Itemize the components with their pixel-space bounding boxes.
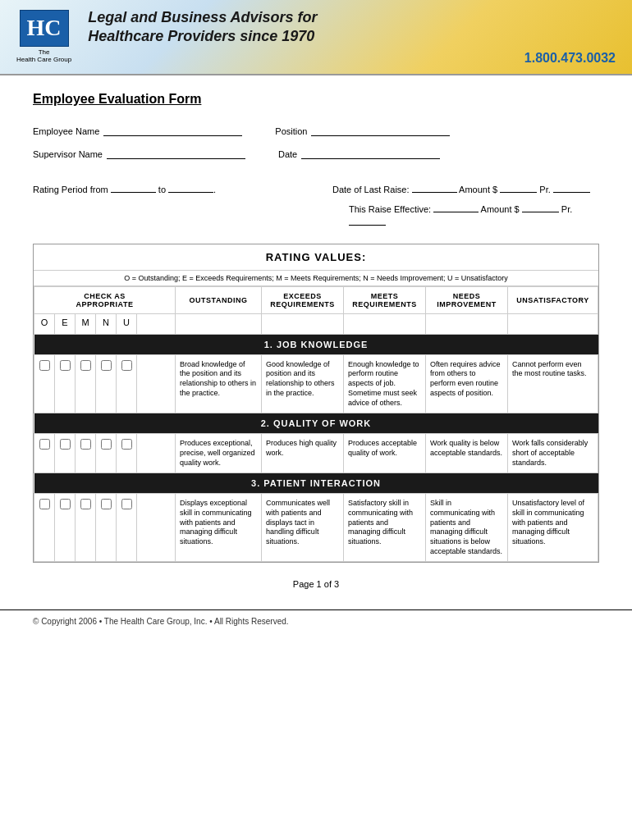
s3-checkbox-u[interactable]	[117, 494, 137, 562]
raise-effective-date-line	[433, 201, 479, 212]
supervisor-name-group: Supervisor Name	[33, 146, 245, 159]
s1-checkbox-m[interactable]	[76, 354, 96, 413]
s1-checkbox-n[interactable]	[96, 354, 117, 413]
rating-legend: O = Outstanding; E = Exceeds Requirement…	[34, 270, 598, 286]
rating-period-to-line	[168, 181, 213, 193]
section-1-title: 1. JOB KNOWLEDGE	[34, 334, 598, 354]
checkbox-o-cell: O	[34, 313, 55, 334]
raise-effective-row: This Raise Effective: Amount $ Pr.	[349, 201, 599, 227]
checkbox-m-cell: M	[76, 313, 96, 334]
section-1-content: Broad knowledge of the position and its …	[34, 354, 598, 413]
section-2-header: 2. QUALITY OF WORK	[34, 413, 598, 434]
s2-o-checkbox[interactable]	[39, 439, 50, 450]
employee-name-input[interactable]	[103, 123, 242, 136]
section-2-title: 2. QUALITY OF WORK	[34, 413, 598, 434]
s3-outstanding-desc: Displays exceptional skill in communicat…	[176, 494, 262, 562]
amount-line	[500, 181, 537, 193]
employee-row: Employee Name Position	[33, 123, 599, 136]
amount-label: Amount $	[459, 185, 497, 194]
s3-o-checkbox[interactable]	[39, 499, 50, 509]
s2-checkbox-e[interactable]	[55, 434, 76, 473]
pr-line	[553, 181, 590, 193]
s3-n-checkbox[interactable]	[101, 499, 112, 509]
logo-area: HC The Health Care Group	[16, 10, 71, 64]
outstanding-header: OUTSTANDING	[176, 286, 262, 313]
rating-table: CHECK ASAPPROPRIATE OUTSTANDING EXCEEDSR…	[34, 286, 598, 563]
logo-subtitle: The Health Care Group	[16, 48, 71, 64]
checkbox-u-cell: U	[117, 313, 137, 334]
rating-period-to: to	[158, 185, 166, 194]
s1-checkbox-u[interactable]	[117, 354, 137, 413]
phone-number: 1.800.473.0032	[88, 51, 616, 66]
s2-checkbox-m[interactable]	[76, 434, 96, 473]
s1-checkbox-o[interactable]	[34, 354, 55, 413]
amount2-line	[522, 201, 559, 212]
exceeds-header: EXCEEDSREQUIREMENTS	[262, 286, 344, 313]
s2-checkbox-u[interactable]	[117, 434, 137, 473]
needs-header: NEEDSIMPROVEMENT	[426, 286, 508, 313]
s3-checkbox-n[interactable]	[96, 494, 117, 562]
s2-m-checkbox[interactable]	[80, 439, 91, 450]
section-1-header: 1. JOB KNOWLEDGE	[34, 334, 598, 354]
date-input[interactable]	[301, 146, 440, 159]
s3-unsat-desc: Unsatisfactory level of skill in communi…	[508, 494, 598, 562]
s1-unsat-desc: Cannot perform even the most routine tas…	[508, 354, 598, 413]
header-banner: HC The Health Care Group Legal and Busin…	[0, 0, 632, 75]
page-footer: Page 1 of 3	[33, 579, 599, 589]
section-3-content: Displays exceptional skill in communicat…	[34, 494, 598, 562]
checkbox-n-cell: N	[96, 313, 117, 334]
s2-u-checkbox[interactable]	[121, 439, 132, 450]
rating-period-group: Rating Period from to .	[33, 181, 300, 194]
rating-period-from-line	[111, 181, 156, 193]
logo-letters: HC	[27, 15, 62, 41]
header-text: Legal and Business Advisors for Healthca…	[88, 8, 616, 66]
s2-checkbox-n[interactable]	[96, 434, 117, 473]
date-label: Date	[278, 149, 297, 159]
s1-checkbox-e[interactable]	[55, 354, 76, 413]
s2-n-checkbox[interactable]	[101, 439, 112, 450]
rating-period-label: Rating Period from	[33, 185, 108, 194]
date-group: Date	[278, 146, 440, 159]
pr-label: Pr.	[539, 185, 550, 194]
logo-image: HC	[20, 10, 69, 47]
s3-u-checkbox[interactable]	[121, 499, 132, 509]
s1-n-checkbox[interactable]	[101, 360, 112, 371]
this-raise-label: This Raise Effective:	[349, 204, 431, 214]
rating-title: RATING VALUES:	[34, 244, 598, 270]
s1-e-checkbox[interactable]	[60, 360, 71, 371]
position-input[interactable]	[311, 123, 450, 136]
position-group: Position	[275, 123, 450, 136]
supervisor-name-input[interactable]	[107, 146, 245, 159]
s3-m-checkbox[interactable]	[80, 499, 91, 509]
s2-e-checkbox[interactable]	[60, 439, 71, 450]
s3-exceeds-desc: Communicates well with patients and disp…	[262, 494, 344, 562]
last-raise-label: Date of Last Raise:	[332, 185, 410, 194]
s3-needs-desc: Skill in communicating with patients and…	[426, 494, 508, 562]
supervisor-row: Supervisor Name Date	[33, 146, 599, 159]
meets-header: MEETSREQUIREMENTS	[344, 286, 426, 313]
pr2-line	[349, 214, 386, 226]
pr2-label: Pr.	[561, 204, 572, 214]
employee-name-label: Employee Name	[33, 126, 99, 136]
s3-meets-desc: Satisfactory skill in communicating with…	[344, 494, 426, 562]
s3-checkbox-m[interactable]	[76, 494, 96, 562]
s3-e-checkbox[interactable]	[60, 499, 71, 509]
s3-checkbox-o[interactable]	[34, 494, 55, 562]
column-headers-row: CHECK ASAPPROPRIATE OUTSTANDING EXCEEDSR…	[34, 286, 598, 313]
s1-o-checkbox[interactable]	[39, 360, 50, 371]
s2-checkbox-o[interactable]	[34, 434, 55, 473]
last-raise-group: Date of Last Raise: Amount $ Pr.	[332, 181, 599, 194]
s2-outstanding-desc: Produces exceptional, precise, well orga…	[176, 434, 262, 473]
section-3-title: 3. PATIENT INTERACTION	[34, 473, 598, 494]
checkbox-e-cell: E	[55, 313, 76, 334]
s2-meets-desc: Produces acceptable quality of work.	[344, 434, 426, 473]
s1-m-checkbox[interactable]	[80, 360, 91, 371]
main-content: Employee Evaluation Form Employee Name P…	[0, 75, 632, 610]
checkbox-labels-row: O E M N U	[34, 313, 598, 334]
s2-exceeds-desc: Produces high quality work.	[262, 434, 344, 473]
s3-checkbox-e[interactable]	[55, 494, 76, 562]
s1-exceeds-desc: Good knowledge of position and its relat…	[262, 354, 344, 413]
s1-u-checkbox[interactable]	[121, 360, 132, 371]
last-raise-date-line	[412, 181, 457, 193]
s1-meets-desc: Enough knowledge to perform routine aspe…	[344, 354, 426, 413]
